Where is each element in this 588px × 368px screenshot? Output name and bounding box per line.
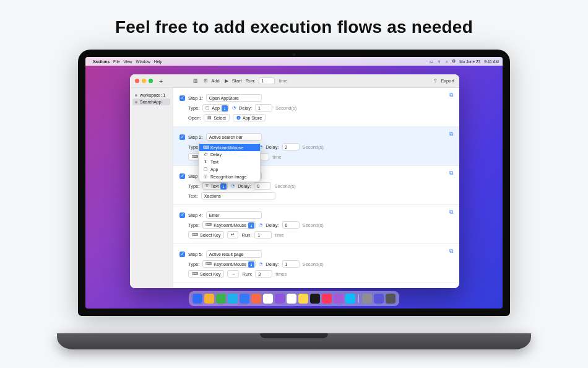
key-glyph[interactable]: ↵ xyxy=(227,231,238,239)
select-app-button[interactable]: ▤Select xyxy=(204,114,229,121)
dock-item[interactable] xyxy=(310,294,320,304)
dock-item[interactable] xyxy=(334,294,344,304)
toolbar-start[interactable]: ▶ Start xyxy=(223,78,242,84)
titlebar[interactable]: + ▥ ⊞ Add ▶ Start Run: 1 time xyxy=(130,74,459,88)
laptop-base xyxy=(57,333,531,349)
sidebar-item-searchapp[interactable]: SearchApp xyxy=(132,99,170,105)
type-icon: ▢ xyxy=(205,105,210,110)
menubar-time[interactable]: 9:41 AM xyxy=(484,59,499,64)
step-checkbox[interactable] xyxy=(179,134,185,140)
dock-item[interactable] xyxy=(263,294,273,304)
dot-icon xyxy=(135,94,137,97)
menubar-date[interactable]: Mo June 23 xyxy=(459,59,480,64)
step-row: Step 6: Choose the first app ⧉ Type: ⌨ K… xyxy=(173,283,459,288)
menubar-help[interactable]: Help xyxy=(154,59,162,64)
select-key-button[interactable]: ⌨Select Key xyxy=(188,231,224,239)
type-option-icon: 𝐓 xyxy=(203,159,208,164)
dock-item[interactable] xyxy=(275,294,285,304)
step-checkbox[interactable] xyxy=(179,252,185,257)
dock-item[interactable] xyxy=(204,294,214,304)
delay-unit: Second(s) xyxy=(303,144,324,150)
duplicate-icon[interactable]: ⧉ xyxy=(449,131,453,138)
dock-item[interactable] xyxy=(287,294,296,304)
step-checkbox[interactable] xyxy=(179,95,185,101)
duplicate-icon[interactable]: ⧉ xyxy=(449,170,453,177)
duplicate-icon[interactable]: ⧉ xyxy=(449,248,453,255)
menubar-battery-icon[interactable]: ▭ xyxy=(430,59,434,64)
step-name-field[interactable]: Enter xyxy=(206,211,262,219)
duplicate-icon[interactable]: ⧉ xyxy=(449,92,453,99)
menubar-file[interactable]: File xyxy=(113,59,119,64)
minimize-button[interactable] xyxy=(142,79,146,83)
step-checkbox[interactable] xyxy=(179,212,185,218)
text-value-field[interactable]: Xactions xyxy=(201,192,275,199)
delay-label: Delay: xyxy=(238,183,251,189)
key-glyph[interactable]: → xyxy=(227,270,239,278)
selected-app[interactable]: 🅐App Store xyxy=(233,114,266,121)
type-select[interactable]: ⌨ Keyboard/Mouse ▴▾ xyxy=(202,221,256,229)
clock-icon: ◔ xyxy=(259,261,262,266)
titlebar-add-button[interactable]: + xyxy=(159,77,163,85)
type-label: Type: xyxy=(188,105,199,111)
dock-item[interactable] xyxy=(386,294,396,304)
type-label: Type: xyxy=(188,183,199,189)
dock-item[interactable] xyxy=(228,294,238,304)
menubar-wifi-icon[interactable]: ᯤ xyxy=(438,59,442,64)
step-checkbox[interactable] xyxy=(179,173,185,179)
app-icon: 🅐 xyxy=(236,116,241,120)
type-select[interactable]: ▢ App ▴▾ xyxy=(202,104,228,112)
dock-item[interactable] xyxy=(374,294,384,304)
sidebar-toggle-icon[interactable]: ▥ xyxy=(192,78,199,84)
menubar-search-icon[interactable]: ⌕ xyxy=(446,59,448,64)
type-option[interactable]: ⌨Keyboard/Mouse xyxy=(199,144,260,151)
zoom-button[interactable] xyxy=(149,79,153,83)
type-icon: ⌨ xyxy=(205,222,212,227)
dock-item[interactable] xyxy=(322,294,332,304)
run-count-field[interactable]: 1 xyxy=(254,231,272,239)
duplicate-icon[interactable]: ⧉ xyxy=(449,209,453,216)
sidebar-item-workspace[interactable]: workspace: 1 xyxy=(132,92,170,99)
dock-item[interactable] xyxy=(298,294,308,304)
type-option[interactable]: 𝐓Text xyxy=(199,158,260,165)
step-name-field[interactable]: Active search bar xyxy=(206,133,262,141)
menubar-view[interactable]: View xyxy=(124,59,132,64)
close-button[interactable] xyxy=(135,79,139,83)
type-select[interactable]: 𝐓 Text ▴▾ xyxy=(202,182,228,190)
delay-field[interactable]: 1 xyxy=(255,104,272,112)
dot-icon xyxy=(135,101,137,103)
menubar-app-name[interactable]: Xactions xyxy=(93,59,110,64)
delay-field[interactable]: 0 xyxy=(254,182,271,190)
dock-item[interactable] xyxy=(216,294,226,304)
desktop: Xactions File View Window Help ▭ ᯤ ⌕ ⚙ M… xyxy=(85,57,503,309)
dock-item[interactable] xyxy=(362,294,372,304)
play-icon: ▶ xyxy=(223,78,230,84)
delay-field[interactable]: 0 xyxy=(282,221,300,229)
sidebar: workspace: 1 SearchApp xyxy=(130,88,173,288)
menubar-control-center-icon[interactable]: ⚙ xyxy=(452,59,456,64)
steps-list[interactable]: Step 1: Open AppStore ⧉ Type: ▢ App ▴▾ ◔… xyxy=(173,88,459,288)
run-count-field[interactable]: 3 xyxy=(255,270,272,278)
type-option[interactable]: ◎Recognition Image xyxy=(199,173,260,180)
toolbar-add[interactable]: ⊞ Add xyxy=(202,78,219,84)
type-option[interactable]: ⏱Delay xyxy=(199,151,260,158)
dock-item[interactable] xyxy=(345,294,355,304)
type-select[interactable]: ⌨ Keyboard/Mouse ▴▾ xyxy=(202,260,256,268)
delay-field[interactable]: 2 xyxy=(282,143,300,151)
dock-item[interactable] xyxy=(251,294,261,304)
dock-item[interactable] xyxy=(240,294,249,304)
select-key-button[interactable]: ⌨Select Key xyxy=(188,270,224,278)
dock[interactable] xyxy=(189,291,399,306)
toolbar-export[interactable]: ⇪ Export xyxy=(432,78,454,84)
menubar-window[interactable]: Window xyxy=(136,59,150,64)
screen-bezel: Xactions File View Window Help ▭ ᯤ ⌕ ⚙ M… xyxy=(78,50,510,316)
type-option-label: Delay xyxy=(210,152,222,157)
delay-field[interactable]: 1 xyxy=(282,260,300,268)
step-name-field[interactable]: Open AppStore xyxy=(206,94,262,102)
step-name-field[interactable]: Active result page xyxy=(206,250,262,258)
duplicate-icon[interactable]: ⧉ xyxy=(449,287,453,288)
toolbar-run-field[interactable]: 1 xyxy=(259,77,275,84)
dock-item[interactable] xyxy=(192,294,202,304)
text-label: Text: xyxy=(188,193,198,199)
type-dropdown[interactable]: ⌨Keyboard/Mouse⏱Delay𝐓Text▢App◎Recogniti… xyxy=(199,142,261,182)
type-option[interactable]: ▢App xyxy=(199,165,260,173)
